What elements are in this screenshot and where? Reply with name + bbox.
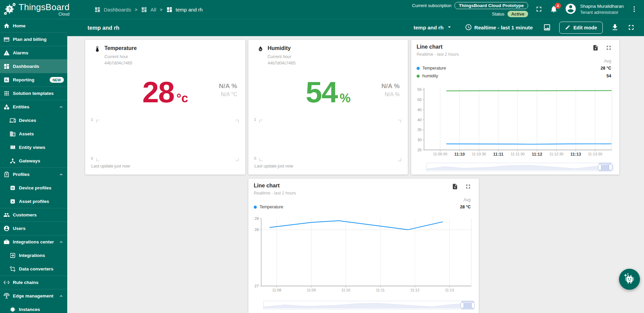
avatar-icon xyxy=(565,3,577,16)
svg-text:35: 35 xyxy=(417,128,422,132)
caret-down-icon xyxy=(446,24,453,32)
spark-axis-min: 0 xyxy=(254,156,256,160)
sidebar-item-solution-templates[interactable]: Solution templates xyxy=(0,86,67,100)
device-profiles-icon: D xyxy=(9,185,16,191)
sidebar-item-instances[interactable]: Instances xyxy=(0,303,67,313)
legend-item-temperature[interactable]: Temperature28 °C xyxy=(417,66,611,71)
navigator-selection[interactable] xyxy=(599,163,612,171)
navigator-handle-right[interactable] xyxy=(609,164,612,170)
sidebar-item-devices[interactable]: Devices xyxy=(0,113,67,127)
legend-avg-value: 54 xyxy=(606,74,611,78)
chevron-up-icon xyxy=(58,293,64,299)
legend-item-temperature[interactable]: Temperature28 °C xyxy=(254,205,471,209)
page-title: temp and rh xyxy=(88,25,119,31)
navigator-handle-left[interactable] xyxy=(461,302,464,308)
legend-item-humidity[interactable]: humidity54 xyxy=(417,74,611,78)
toolbar-fullscreen-button[interactable] xyxy=(627,23,635,32)
notifications-button[interactable]: 4 xyxy=(550,5,558,14)
breadcrumb-item-temp-and-rh[interactable]: temp and rh xyxy=(166,6,203,13)
instances-icon xyxy=(9,306,16,313)
svg-text:11:12: 11:12 xyxy=(411,288,420,292)
sidebar-item-users[interactable]: Users xyxy=(0,221,67,235)
dashboard-content: Temperature Current hour 44b7d04c7465 28… xyxy=(67,36,644,313)
humidity-widget: % Humidity Current hour 44b7d04c7465 54 … xyxy=(248,40,408,175)
sidebar-item-device-profiles[interactable]: DDevice profiles xyxy=(0,181,67,194)
sidebar-item-alarms[interactable]: Alarms xyxy=(0,46,67,59)
sidebar-item-asset-profiles[interactable]: AAsset profiles xyxy=(0,194,67,208)
line-chart-canvas[interactable]: 2530354045505511:09:3011:1011:10:3011:11… xyxy=(414,86,617,159)
legend-avg-value: 28 °C xyxy=(460,205,471,209)
spark-axis-max: 1 xyxy=(254,118,256,122)
edit-mode-button[interactable]: Edit mode xyxy=(559,22,603,34)
sidebar-item-assets[interactable]: Assets xyxy=(0,127,67,140)
more-vert-icon xyxy=(630,5,638,14)
user-menu[interactable]: Shapna Muralidharan Tenant administrator xyxy=(565,3,624,16)
spark-axis-max: 1 xyxy=(91,118,93,122)
expand-widget-button[interactable] xyxy=(465,183,471,191)
svg-text:11:12: 11:12 xyxy=(532,152,542,157)
home-icon xyxy=(3,23,10,29)
export-widget-button[interactable] xyxy=(592,45,599,52)
navigator-handle-left[interactable] xyxy=(598,164,601,170)
chart-legend: AvgTemperature28 °Chumidity54 xyxy=(417,59,611,81)
sidebar-item-gateways[interactable]: Gateways xyxy=(0,154,67,167)
brand-logo[interactable]: ? ThingsBoard Cloud xyxy=(0,2,67,17)
tertiary-value: N/A °C xyxy=(219,92,237,98)
line-chart-canvas[interactable]: 28282711:0811:0911:1011:1111:1211:13 xyxy=(251,216,476,295)
sidebar-item-customers[interactable]: Customers xyxy=(0,208,67,221)
sidebar-item-home[interactable]: Home xyxy=(0,19,67,32)
integrations-center-icon xyxy=(3,239,10,245)
legend-avg-value: 28 °C xyxy=(601,66,611,71)
navigator-handle-right[interactable] xyxy=(471,302,475,308)
sidebar-item-data-converters[interactable]: Data converters xyxy=(0,262,67,276)
chart-legend: AvgTemperature28 °C xyxy=(254,198,471,212)
dashboard-select[interactable]: temp and rh xyxy=(412,23,455,32)
status-badge: Active xyxy=(507,11,528,17)
svg-text:28: 28 xyxy=(254,216,259,220)
breadcrumb-item-dashboards[interactable]: Dashboards xyxy=(94,6,131,13)
image-gallery-button[interactable] xyxy=(543,23,551,32)
dashboards-icon xyxy=(141,6,147,13)
time-navigator[interactable] xyxy=(263,301,473,309)
sidebar-item-entity-views[interactable]: Entity views xyxy=(0,140,67,154)
svg-text:D: D xyxy=(11,186,14,190)
sidebar-item-reporting[interactable]: ReportingNEW xyxy=(0,73,67,86)
status-label: Status xyxy=(492,11,504,17)
chevron-up-icon xyxy=(58,239,64,245)
export-widget-button[interactable] xyxy=(452,183,458,191)
fullscreen-icon xyxy=(465,183,471,191)
sidebar-item-plan-and-billing[interactable]: Plan and billing xyxy=(0,32,67,46)
more-menu-button[interactable] xyxy=(630,5,638,14)
dashboards-icon xyxy=(94,6,101,13)
time-navigator[interactable] xyxy=(426,163,613,171)
sidebar-item-profiles[interactable]: Profiles xyxy=(0,167,67,181)
legend-dot xyxy=(417,75,420,78)
assistant-fab[interactable] xyxy=(619,269,640,290)
humidity-value: 54 % xyxy=(306,75,351,109)
navigator-selection[interactable] xyxy=(462,301,474,309)
svg-text:11:12:30: 11:12:30 xyxy=(549,152,564,156)
fullscreen-button[interactable] xyxy=(535,5,543,14)
download-button[interactable] xyxy=(611,23,619,32)
billing-icon xyxy=(3,36,10,43)
sidebar-item-integrations[interactable]: Integrations xyxy=(0,249,67,262)
sidebar-item-entities[interactable]: Entities xyxy=(0,100,67,113)
breadcrumb-item-all[interactable]: All xyxy=(141,6,156,13)
spark-corner xyxy=(236,158,239,161)
sidebar-item-dashboards[interactable]: Dashboards xyxy=(0,59,67,73)
subscription-pill[interactable]: ThingsBoard Cloud Prototype xyxy=(454,2,528,9)
svg-text:?: ? xyxy=(8,6,11,12)
profiles-icon xyxy=(3,171,10,178)
user-role: Tenant administrator xyxy=(580,10,624,16)
widget-subtitle: Current hour xyxy=(104,54,137,60)
svg-text:30: 30 xyxy=(417,138,422,142)
expand-widget-button[interactable] xyxy=(605,45,612,52)
svg-text:11:11:30: 11:11:30 xyxy=(511,152,524,156)
sidebar-item-integrations-center[interactable]: Integrations center xyxy=(0,235,67,249)
timewindow-button[interactable]: Realtime - last 1 minute xyxy=(463,23,535,32)
temperature-widget: Temperature Current hour 44b7d04c7465 28… xyxy=(85,40,245,175)
device-id: 44b7d04c7465 xyxy=(104,60,137,67)
sidebar-item-rule-chains[interactable]: Rule chains xyxy=(0,276,67,289)
sidebar-item-edge-management[interactable]: Edge management xyxy=(0,289,67,303)
breadcrumb-separator: > xyxy=(135,7,138,12)
